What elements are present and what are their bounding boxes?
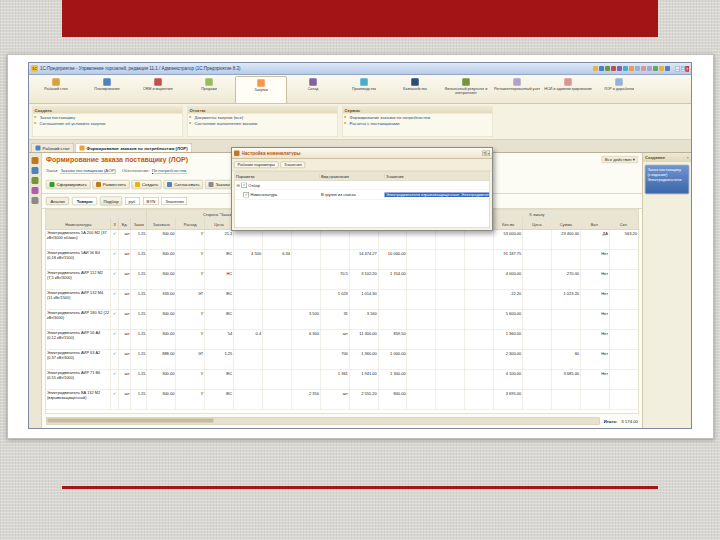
table-row[interactable]: Электродвигатель АИР 63 А2 (0,37 кВт/300… <box>46 350 639 370</box>
product-name-cell: Электродвигатель ВА 132 М2 (взрывозащище… <box>46 390 111 410</box>
find-icon[interactable] <box>647 66 652 71</box>
view-tab-2[interactable]: Товары <box>72 197 97 205</box>
undo-icon[interactable] <box>635 66 640 71</box>
open-icon[interactable] <box>599 66 604 71</box>
filter-value[interactable]: Заказы поставщикам (АОР) <box>60 168 115 174</box>
filter-icon[interactable] <box>32 187 39 194</box>
ribbon-section-11[interactable]: НСИ и администрирование <box>543 76 593 103</box>
ribbon-section-9[interactable]: Финансовый результат и контроллинг <box>441 76 491 103</box>
ribbon-section-7[interactable]: Производство <box>339 76 389 103</box>
popup-column-header: Вид сравнения <box>320 174 385 179</box>
table-cell: ЭТ <box>176 290 205 310</box>
ribbon-section-12[interactable]: ЛОР и доработки <box>594 76 644 103</box>
table-cell <box>291 370 320 390</box>
table-cell <box>523 310 552 330</box>
nav-link[interactable]: Расчеты с поставщиками <box>343 120 493 126</box>
table-cell <box>233 370 262 390</box>
doc-tab-2[interactable]: Формирование заказов по потребностям (ЛО… <box>75 143 192 152</box>
popup-filter-row[interactable]: ⊟✓Отбор <box>235 181 490 191</box>
new-icon[interactable] <box>593 66 598 71</box>
command-button-2[interactable]: Разместить <box>92 180 129 189</box>
preview-icon[interactable] <box>617 66 622 71</box>
print-icon[interactable] <box>611 66 616 71</box>
calendar-icon[interactable] <box>659 66 664 71</box>
popup-value-cell[interactable]: Электродвигатели взрывозащищенные; Элект… <box>385 192 490 197</box>
all-actions-button[interactable]: Все действия ▾ <box>602 156 638 163</box>
history-icon[interactable] <box>32 167 39 174</box>
table-row[interactable]: Электродвигатель АИР 112 М2 (7,5 кВт/300… <box>46 270 639 290</box>
ribbon-section-2[interactable]: Планирование <box>82 76 132 103</box>
tree-expander-icon[interactable]: ⊟ <box>237 183 240 188</box>
help-button[interactable]: ? <box>482 151 485 157</box>
filter-value[interactable]: По потребностям <box>152 168 187 174</box>
table-cell: ✓ <box>111 310 119 330</box>
ribbon-section-8[interactable]: Казначейство <box>390 76 440 103</box>
table-cell: 5 600.00 <box>494 310 523 330</box>
table-cell <box>523 250 552 270</box>
command-button-4[interactable]: Согласовать <box>164 180 203 189</box>
maximize-button[interactable]: □ <box>681 66 684 72</box>
popup-grid-rows: ⊟✓Отбор✓НоменклатураВ группе из спискаЭл… <box>235 181 490 200</box>
table-cell: 3 695.00 <box>494 390 523 410</box>
scrollbar-thumb[interactable] <box>48 419 214 423</box>
horizontal-scrollbar[interactable] <box>46 418 600 425</box>
side-panel-close-button[interactable]: × <box>687 155 689 160</box>
view-tab-1[interactable]: Анализ <box>46 197 69 205</box>
table-cell <box>436 230 465 250</box>
popup-close-button[interactable]: × <box>487 151 490 157</box>
help-icon[interactable] <box>665 66 670 71</box>
table-cell: 1.15 <box>131 270 147 290</box>
table-row[interactable]: Электродвигатель АИР 71 В6 (0,55 кВт/100… <box>46 370 639 390</box>
table-cell <box>262 270 291 290</box>
doc-tab-1[interactable]: Рабочий стол <box>31 143 74 152</box>
ribbon-section-5[interactable]: Закупки <box>235 76 287 103</box>
nav-link[interactable]: Соглашение об условиях закупок <box>33 120 183 126</box>
ribbon-section-3[interactable]: CRM и маркетинг <box>133 76 183 103</box>
table-cell <box>609 270 638 290</box>
table-cell: шт <box>320 330 349 350</box>
table-row[interactable]: Электродвигатель ВА 132 М2 (взрывозащище… <box>46 390 639 410</box>
orders-icon <box>208 182 213 187</box>
picker-button[interactable]: Подбор <box>100 197 122 206</box>
table-cell: 2 350 <box>291 390 320 410</box>
save-icon[interactable] <box>605 66 610 71</box>
popup-toolbar-button-2[interactable]: Значения <box>280 161 305 168</box>
picker-field-1[interactable]: руб <box>125 197 140 205</box>
table-row[interactable]: Электродвигатель 5АИ 56 В4 (0,18 кВт/150… <box>46 250 639 270</box>
refresh-icon[interactable] <box>32 197 39 204</box>
checkbox-icon[interactable]: ✓ <box>241 182 247 188</box>
table-cell: Нет <box>580 330 609 350</box>
table-row[interactable]: Электродвигатель 5А 200 М2 (37 кВт/3000 … <box>46 230 639 250</box>
table-row[interactable]: Электродвигатель АИР 56 А4 (0,12 кВт/150… <box>46 330 639 350</box>
table-row[interactable]: Электродвигатель АИР 180 S2 (22 кВт/3000… <box>46 310 639 330</box>
picker-label: Подбор <box>103 199 118 204</box>
checkbox-icon[interactable]: ✓ <box>244 192 250 198</box>
paste-icon[interactable] <box>629 66 634 71</box>
product-name-cell: Электродвигатель АИР 71 В6 (0,55 кВт/100… <box>46 370 111 390</box>
creation-card[interactable]: Заказ поставщику(создание)Электродвигате… <box>645 165 689 194</box>
copy-icon[interactable] <box>623 66 628 71</box>
settings-icon[interactable] <box>32 177 39 184</box>
command-button-1[interactable]: Сформировать <box>46 180 90 189</box>
ribbon-section-1[interactable]: Рабочий стол <box>31 76 81 103</box>
popup-filter-row[interactable]: ✓НоменклатураВ группе из спискаЭлектродв… <box>235 190 490 200</box>
ribbon-section-10[interactable]: Регламентированный учет <box>492 76 542 103</box>
picker-field-3[interactable]: Значения <box>162 197 188 205</box>
close-button[interactable]: × <box>686 66 689 72</box>
table-row[interactable]: Электродвигатель АИР 132 М4 (11 кВт/1500… <box>46 290 639 310</box>
screenshot-panel: 1С 1С:Предприятие - Управление торговлей… <box>7 54 714 439</box>
redo-icon[interactable] <box>641 66 646 71</box>
table-cell: 60 <box>551 350 580 370</box>
command-button-3[interactable]: Создать <box>131 180 161 189</box>
calc-icon[interactable] <box>653 66 658 71</box>
popup-toolbar-button-1[interactable]: Рабочие параметры <box>234 161 278 168</box>
bookmark-icon[interactable] <box>32 157 39 164</box>
ribbon-section-4[interactable]: Продажи <box>184 76 234 103</box>
table-header-group: К заказу <box>494 210 581 219</box>
picker-field-2[interactable]: BYN <box>143 197 159 205</box>
table-cell: 1 314.00 <box>378 270 407 290</box>
popup-filter-grid: ПараметрВид сравненияЗначение ⊟✓Отбор✓Но… <box>234 172 490 229</box>
ribbon-section-6[interactable]: Склад <box>288 76 338 103</box>
minimize-button[interactable]: — <box>675 66 680 72</box>
nav-link[interactable]: Состояние выполнения заказов <box>188 120 338 126</box>
